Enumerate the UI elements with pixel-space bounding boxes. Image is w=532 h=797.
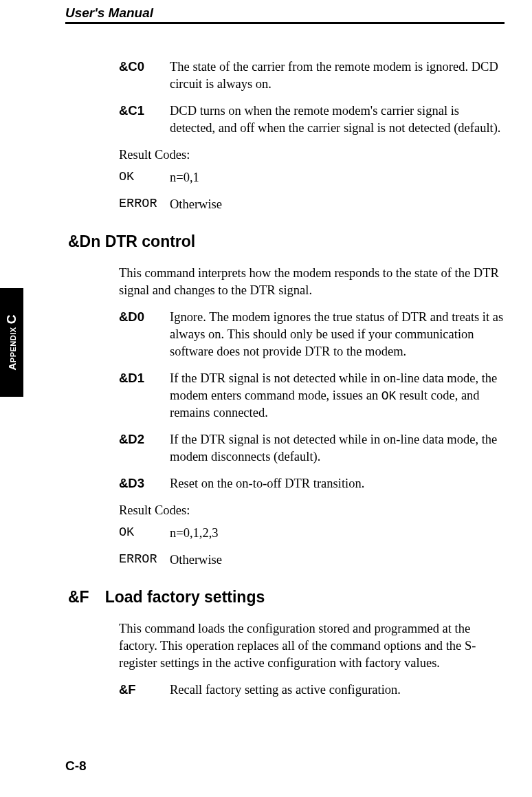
command-definition: If the DTR signal is not detected while … xyxy=(170,431,505,466)
result-term: OK xyxy=(119,525,170,542)
inline-code: OK xyxy=(381,389,397,403)
page-number: C-8 xyxy=(65,758,87,774)
command-term: &C1 xyxy=(119,102,170,137)
definition-row: &D3 Reset on the on-to-off DTR transitio… xyxy=(119,475,505,492)
definition-row: &D2 If the DTR signal is not detected wh… xyxy=(119,431,505,466)
result-term: ERROR xyxy=(119,552,170,569)
definition-row: &F Recall factory setting as active conf… xyxy=(119,681,505,699)
result-definition: Otherwise xyxy=(170,552,505,569)
section-intro: This command loads the configuration sto… xyxy=(119,620,505,672)
command-term: &D2 xyxy=(119,431,170,466)
command-term: &D3 xyxy=(119,475,170,492)
command-definition: The state of the carrier from the remote… xyxy=(170,58,505,93)
result-term: ERROR xyxy=(119,196,170,213)
page-body: User's Manual &C0 The state of the carri… xyxy=(0,0,532,699)
running-header: User's Manual xyxy=(65,6,505,24)
section-intro: This command interprets how the modem re… xyxy=(119,265,505,299)
result-row: OK n=0,1 xyxy=(119,169,505,186)
definition-row: &D0 Ignore. The modem ignores the true s… xyxy=(119,309,505,360)
command-definition: If the DTR signal is not detected while … xyxy=(170,370,505,422)
side-tab-letter: C xyxy=(4,314,19,324)
command-definition: Ignore. The modem ignores the true statu… xyxy=(170,309,505,360)
command-term: &F xyxy=(119,681,170,699)
command-definition: Reset on the on-to-off DTR transition. xyxy=(170,475,505,492)
definition-row: &C1 DCD turns on when the remote modem's… xyxy=(119,102,505,137)
result-term: OK xyxy=(119,169,170,186)
command-definition: Recall factory setting as active configu… xyxy=(170,681,505,699)
result-row: ERROR Otherwise xyxy=(119,196,505,213)
section-heading-factory: &F Load factory settings xyxy=(68,588,505,607)
result-codes-label: Result Codes: xyxy=(119,146,505,164)
side-tab-label: Appendix xyxy=(6,327,18,370)
result-codes-label: Result Codes: xyxy=(119,502,505,519)
definition-row: &D1 If the DTR signal is not detected wh… xyxy=(119,370,505,422)
result-row: OK n=0,1,2,3 xyxy=(119,525,505,542)
definition-row: &C0 The state of the carrier from the re… xyxy=(119,58,505,93)
command-term: &D1 xyxy=(119,370,170,422)
result-definition: n=0,1 xyxy=(170,169,505,186)
section-heading-dtr: &Dn DTR control xyxy=(68,232,505,251)
appendix-side-tab: Appendix C xyxy=(0,288,23,397)
command-term: &D0 xyxy=(119,309,170,360)
result-definition: n=0,1,2,3 xyxy=(170,525,505,542)
result-definition: Otherwise xyxy=(170,196,505,213)
command-definition: DCD turns on when the remote modem's car… xyxy=(170,102,505,137)
result-row: ERROR Otherwise xyxy=(119,552,505,569)
command-term: &C0 xyxy=(119,58,170,93)
